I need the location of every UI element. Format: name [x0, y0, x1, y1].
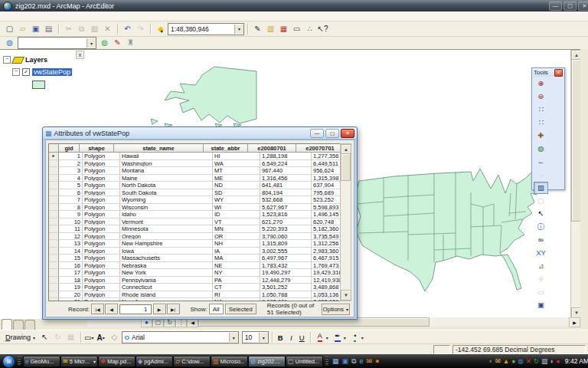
tray-sync-icon[interactable]: ● [511, 357, 515, 365]
attribute-window-titlebar[interactable]: ▦ Attributes of vwStatePop — ▢ ✕ [43, 127, 357, 140]
column-header-state-abbr[interactable]: state_abbr [204, 144, 248, 153]
table-row[interactable]: 11 Polygon Minnesota MN 5,220,393 5,182,… [49, 225, 340, 233]
close-icon[interactable]: x [554, 69, 563, 77]
mail-quick-icon[interactable]: ✉ [366, 357, 372, 366]
undo-icon[interactable]: ↶ [121, 23, 134, 34]
viewer-window-icon[interactable]: ▣ [534, 299, 548, 311]
whats-this-icon[interactable]: ↖? [316, 23, 329, 34]
table-row[interactable]: ▸ 1 Polygon Hawaii HI 1,288,198 1,277,35… [49, 153, 340, 160]
table-row[interactable]: 21 Polygon New Jersey NJ 8,682,661 8,653… [49, 298, 340, 301]
collapse-icon[interactable]: − [3, 56, 11, 64]
show-all-button[interactable]: All [209, 304, 224, 314]
pan-icon[interactable]: ✚ [534, 130, 548, 142]
copy-icon[interactable]: ⧉ [75, 23, 88, 34]
column-header-state-name[interactable]: state_name [114, 144, 204, 153]
bold-button[interactable]: B [276, 333, 286, 343]
table-row[interactable]: 16 Polygon Nebraska NE 1,783,432 1,769,4… [49, 262, 340, 270]
task-geomu[interactable]: eGeoMu... [23, 356, 60, 367]
first-record-button[interactable]: |◀ [91, 304, 104, 314]
minimize-button[interactable]: — [310, 129, 324, 138]
attach-tool-icon[interactable]: ▦ [64, 332, 77, 343]
scale-combo[interactable]: 1:48,380,946 ▾ [168, 23, 244, 35]
editor-toolbar-icon[interactable]: ✎ [251, 23, 264, 34]
task-folder[interactable]: ▱C:\dow... [173, 356, 211, 367]
zoom-in-icon[interactable]: ⊕ [534, 77, 548, 90]
tab-source[interactable] [13, 320, 24, 330]
collapse-icon[interactable]: − [12, 68, 20, 76]
cut-icon[interactable]: ✂ [62, 23, 75, 34]
table-row[interactable]: 20 Polygon Rhode Island RI 1,050,788 1,0… [49, 291, 340, 299]
show-desktop-icon[interactable]: ▦ [332, 357, 339, 366]
table-row[interactable]: 13 Polygon New Hampshire NH 1,315,809 1,… [49, 240, 340, 248]
underline-button[interactable]: U [297, 333, 307, 343]
task-pgadmin[interactable]: ◆pgAdmi... [136, 356, 173, 367]
tray-security-icon[interactable]: ▲ [503, 357, 509, 365]
font-color-button[interactable]: A▾ [314, 332, 331, 343]
tray-overflow-chevron[interactable]: ‹ [489, 357, 492, 365]
table-row[interactable]: 12 Polygon Oregon OR 3,790,060 3,735,549 [49, 233, 340, 241]
tab-selection[interactable] [24, 320, 35, 330]
edit-vertices-button[interactable]: ◇ [108, 332, 121, 343]
arccatalog-icon[interactable]: ▥ [264, 23, 277, 34]
rotate-tool-icon[interactable]: ↻ [51, 332, 64, 343]
close-button[interactable]: ✕ [341, 129, 354, 138]
column-header-shape[interactable]: shape [80, 144, 114, 153]
modelbuilder-icon[interactable]: ∴ [303, 23, 316, 34]
command-line-icon[interactable]: ▭ [290, 23, 303, 34]
column-header-e20070701[interactable]: e20070701 [296, 144, 341, 153]
italic-button[interactable]: I [286, 333, 296, 343]
next-record-button[interactable]: ▶ [153, 304, 166, 314]
add-data-button[interactable]: ◆ ▾ [154, 23, 167, 34]
scroll-right-icon[interactable]: ▶ [569, 317, 580, 327]
table-row[interactable]: 15 Polygon Massachusetts MA 6,497,967 6,… [49, 255, 340, 262]
scene-icon[interactable]: ♜ [124, 38, 137, 49]
table-row[interactable]: 10 Polygon Vermont VT 621,270 620,748 [49, 219, 340, 226]
add-globe-button[interactable]: ◍ [3, 38, 16, 49]
last-record-button[interactable]: ▶| [167, 304, 180, 314]
print-icon[interactable]: ▤ [42, 23, 55, 34]
back-extent-icon[interactable]: ← [534, 156, 548, 168]
fixed-zoom-in-icon[interactable]: ∷ [534, 104, 548, 116]
table-vertical-scrollbar[interactable]: ▲ ▼ [340, 143, 351, 301]
tray-network-icon[interactable]: ◍ [518, 357, 523, 365]
tab-display[interactable] [2, 319, 12, 330]
tray-volume-icon[interactable]: ◗ [550, 357, 554, 365]
new-text-button[interactable]: A ▾ [97, 334, 107, 342]
forward-extent-icon[interactable]: → [534, 169, 548, 181]
zoom-out-icon[interactable]: ⊖ [534, 90, 548, 103]
task-untitled[interactable]: ▢Untitled... [286, 356, 323, 367]
window-close-button[interactable]: ✕ [578, 2, 588, 11]
toc-layer-label[interactable]: vwStatePop [32, 68, 72, 76]
table-row[interactable]: 5 Polygon North Dakota ND 641,481 637,90… [49, 182, 340, 189]
map-vertical-scrollbar[interactable]: ▲ ▼ [570, 50, 580, 318]
layer-swatch[interactable] [32, 80, 45, 89]
hyperlink-icon[interactable]: ⚡ [534, 273, 548, 285]
fixed-zoom-out-icon[interactable]: ∷ [534, 117, 548, 129]
column-header-gid[interactable]: gid [59, 144, 80, 153]
task-outlook[interactable]: ✉5 Micr...▾ [60, 356, 98, 367]
table-row[interactable]: 6 Polygon South Dakota SD 804,194 795,68… [49, 189, 340, 197]
toc-close-button[interactable]: x [76, 51, 84, 59]
table-row[interactable]: 14 Polygon Iowa IA 3,002,555 2,983,360 [49, 248, 340, 255]
window-minimize-button[interactable]: — [549, 2, 562, 11]
table-row[interactable]: 9 Polygon Idaho ID 1,523,816 1,496,145 [49, 211, 340, 219]
clear-selection-icon[interactable]: ▢ [534, 195, 548, 207]
tray-error-icon[interactable]: ✕ [526, 357, 531, 365]
new-map-icon[interactable]: ▢ [3, 23, 16, 34]
prev-record-button[interactable]: ◀ [105, 304, 118, 314]
measure-icon[interactable]: ⊿ [534, 260, 548, 272]
window-restore-button[interactable]: ▢ [564, 2, 577, 11]
map-alaska[interactable] [142, 62, 272, 128]
line-color-button[interactable]: ✒▾ [332, 332, 348, 343]
sketch-pencil-icon[interactable]: ✎ [111, 38, 124, 49]
task-map-pdf[interactable]: ❖Map.pd... [98, 356, 136, 367]
marker-color-button[interactable]: •▾ [349, 332, 366, 343]
save-icon[interactable]: ▣ [29, 23, 42, 34]
toolbar2-combo[interactable]: ▾ [18, 37, 96, 49]
select-elements-icon[interactable]: ↖ [38, 332, 51, 343]
tray-mail-icon[interactable]: ✉ [495, 357, 501, 365]
drawing-menu-button[interactable]: Drawing ▾ [3, 334, 38, 341]
find-icon[interactable]: ∞ [534, 234, 548, 246]
table-row[interactable]: 3 Polygon Montana MT 967,440 956,624 [49, 167, 340, 175]
column-header-e20080701[interactable]: e20080701 [248, 144, 296, 153]
